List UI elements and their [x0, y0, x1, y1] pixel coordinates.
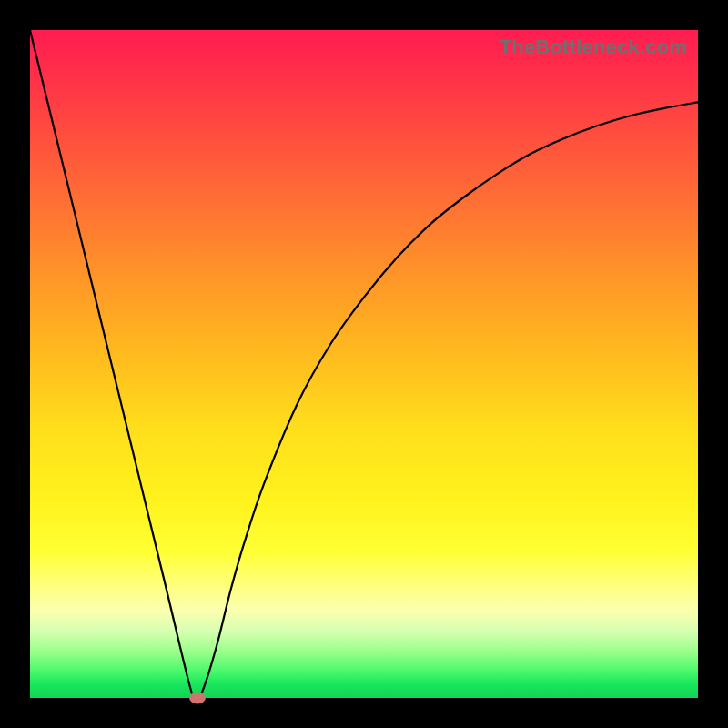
- bottleneck-curve: [30, 30, 698, 698]
- plot-area: TheBottleneck.com: [30, 30, 698, 698]
- min-marker: [189, 693, 206, 704]
- chart-frame: TheBottleneck.com: [0, 0, 728, 728]
- attribution-label: TheBottleneck.com: [500, 35, 687, 59]
